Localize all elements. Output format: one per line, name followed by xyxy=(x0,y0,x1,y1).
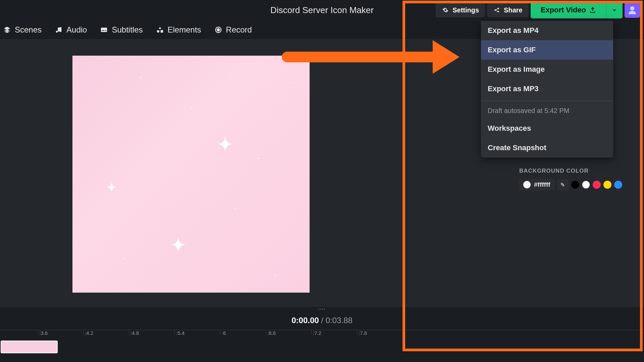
panel-resize-handle[interactable]: •••• xyxy=(0,307,644,311)
ruler-tick: :6 xyxy=(220,330,226,335)
timeline-ruler[interactable]: :3.6 :4.2 :4.8 :5.4 :6 :6.6 :7.2 :7.8 xyxy=(0,330,644,339)
svg-point-9 xyxy=(157,30,159,32)
svg-rect-10 xyxy=(160,30,163,32)
shapes-icon xyxy=(156,26,164,34)
top-right-controls: Settings Share Export Video xyxy=(436,2,640,18)
export-button-group: Export Video xyxy=(531,2,623,18)
workspaces-option[interactable]: Workspaces xyxy=(481,119,613,138)
color-hex-input[interactable]: #ffffff xyxy=(519,179,554,190)
nav-audio-label: Audio xyxy=(66,25,87,35)
svg-point-0 xyxy=(494,9,496,11)
nav-elements[interactable]: Elements xyxy=(156,25,201,35)
create-snapshot-option[interactable]: Create Snapshot xyxy=(481,138,613,158)
time-current: 0:00.00 xyxy=(291,316,319,325)
gear-icon xyxy=(442,6,449,14)
sparkle-decoration: ✦ xyxy=(140,76,142,79)
music-icon xyxy=(55,26,62,34)
svg-point-2 xyxy=(497,11,499,12)
svg-point-1 xyxy=(497,8,499,9)
nav-subtitles[interactable]: Subtitles xyxy=(100,25,143,35)
timeline: 0:00.00 / 0:03.88 :3.6 :4.2 :4.8 :5.4 :6… xyxy=(0,311,644,359)
subtitles-icon xyxy=(100,26,108,34)
share-label: Share xyxy=(504,6,523,14)
export-mp3-option[interactable]: Export as MP3 xyxy=(481,79,613,99)
bg-color-label: BACKGROUND COLOR xyxy=(519,168,643,174)
sparkle-decoration: ✦ xyxy=(274,274,276,277)
svg-point-12 xyxy=(217,28,219,31)
nav-elements-label: Elements xyxy=(168,25,201,35)
svg-point-3 xyxy=(630,6,635,11)
color-preset-red[interactable] xyxy=(593,181,601,189)
nav-scenes-label: Scenes xyxy=(15,25,42,35)
settings-label: Settings xyxy=(452,6,479,14)
timeline-clips xyxy=(0,339,644,359)
bg-color-controls: #ffffff ✎ xyxy=(519,179,643,190)
eyedropper-button[interactable]: ✎ xyxy=(557,179,569,190)
sparkle-decoration: ✦ xyxy=(190,106,193,110)
nav-record-label: Record xyxy=(226,25,252,35)
autosave-status: Draft autosaved at 5:42 PM xyxy=(481,103,613,119)
ruler-tick: :7.2 xyxy=(311,330,321,335)
sparkle-decoration: ✦ xyxy=(257,156,260,160)
nav-audio[interactable]: Audio xyxy=(55,25,87,35)
ruler-tick: :5.4 xyxy=(174,330,184,335)
svg-point-5 xyxy=(60,30,62,32)
hex-value: #ffffff xyxy=(534,181,550,188)
timeline-clip[interactable] xyxy=(1,341,58,353)
color-preset-yellow[interactable] xyxy=(603,181,611,189)
ruler-tick: :4.2 xyxy=(83,330,93,335)
sparkle-decoration: ✦ xyxy=(170,233,186,257)
current-color-swatch xyxy=(523,181,531,188)
avatar[interactable] xyxy=(625,2,640,18)
color-preset-blue[interactable] xyxy=(614,181,622,189)
time-sep: / xyxy=(319,316,326,325)
svg-rect-6 xyxy=(101,27,107,32)
svg-rect-7 xyxy=(102,30,104,31)
grip-dots-icon: •••• xyxy=(318,307,326,311)
settings-button[interactable]: Settings xyxy=(436,3,485,17)
export-dropdown-toggle[interactable] xyxy=(606,2,623,18)
share-button[interactable]: Share xyxy=(487,3,529,17)
time-display: 0:00.00 / 0:03.88 xyxy=(0,311,644,330)
export-gif-option[interactable]: Export as GIF xyxy=(481,40,613,60)
sparkle-decoration: ✦ xyxy=(217,133,233,156)
sparkle-decoration: ✦ xyxy=(123,257,125,260)
ruler-tick: :6.6 xyxy=(266,330,276,335)
export-dropdown-menu: Export as MP4 Export as GIF Export as Im… xyxy=(481,21,613,158)
ruler-tick: :7.8 xyxy=(357,330,367,335)
canvas[interactable]: ✦ ✦ ✦ ✦ ✦ ✦ ✦ ✦ ✦ xyxy=(72,56,310,293)
color-preset-white[interactable] xyxy=(582,181,590,189)
ruler-tick: :4.8 xyxy=(129,330,139,335)
share-icon xyxy=(493,6,500,14)
chevron-down-icon xyxy=(612,7,617,13)
nav-record[interactable]: Record xyxy=(215,25,252,35)
export-mp4-option[interactable]: Export as MP4 xyxy=(481,21,613,40)
svg-rect-8 xyxy=(105,30,106,31)
nav-subtitles-label: Subtitles xyxy=(112,25,143,35)
eyedropper-icon: ✎ xyxy=(560,182,565,188)
export-image-option[interactable]: Export as Image xyxy=(481,60,613,79)
time-total: 0:03.88 xyxy=(326,316,353,325)
record-icon xyxy=(215,26,222,34)
color-preset-black[interactable] xyxy=(571,181,579,189)
menu-divider xyxy=(481,101,613,101)
nav-scenes[interactable]: Scenes xyxy=(3,25,42,35)
export-icon xyxy=(589,7,596,13)
export-label: Export Video xyxy=(541,6,586,14)
sparkle-decoration: ✦ xyxy=(106,180,117,195)
layers-icon xyxy=(3,26,11,34)
ruler-tick: :3.6 xyxy=(38,330,48,335)
top-bar: Discord Server Icon Maker Settings Share… xyxy=(0,0,644,20)
sparkle-decoration: ✦ xyxy=(233,206,236,210)
export-video-button[interactable]: Export Video xyxy=(531,2,606,18)
svg-point-4 xyxy=(56,31,58,33)
